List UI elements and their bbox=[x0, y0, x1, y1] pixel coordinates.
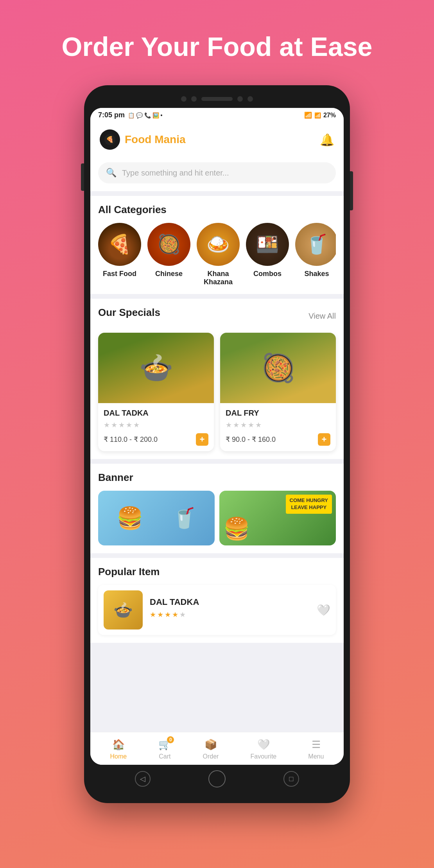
bell-icon[interactable]: 🔔 bbox=[320, 133, 334, 147]
search-bar[interactable]: 🔍 Type something and hit enter... bbox=[98, 162, 336, 183]
gesture-bar: ◁ □ bbox=[90, 765, 344, 791]
dal-tadka-price-row: ₹ 110.0 - ₹ 200.0 + bbox=[104, 433, 208, 446]
bottom-nav: 🏠 Home 🛒 0 Cart 📦 Order 🤍 Favourite ☰ bbox=[90, 732, 344, 765]
dal-fry-name: DAL FRY bbox=[226, 409, 330, 418]
logo-circle: 🍕 bbox=[100, 129, 120, 150]
category-item-khana[interactable]: Khana Khazana bbox=[197, 223, 240, 286]
search-placeholder: Type something and hit enter... bbox=[122, 169, 229, 178]
home-icon: 🏠 bbox=[112, 739, 125, 751]
nav-menu[interactable]: ☰ Menu bbox=[308, 739, 324, 760]
banner-food-burger: 🍔 bbox=[117, 506, 143, 531]
order-label: Order bbox=[203, 753, 219, 760]
top-navbar: 🍕 Food Mania 🔔 bbox=[90, 122, 344, 157]
nav-order[interactable]: 📦 Order bbox=[203, 739, 219, 760]
pop-star-1: ★ bbox=[150, 610, 156, 619]
dal-tadka-add-button[interactable]: + bbox=[196, 433, 208, 446]
pop-star-2: ★ bbox=[157, 610, 163, 619]
star-f2: ★ bbox=[233, 421, 239, 429]
star-f4: ★ bbox=[248, 421, 254, 429]
favourite-icon: 🤍 bbox=[257, 739, 270, 751]
star-4: ★ bbox=[126, 421, 132, 429]
nav-favourite[interactable]: 🤍 Favourite bbox=[251, 739, 277, 760]
specials-section: Our Specials View All 🍲 DAL TADKA ★ ★ ★ bbox=[90, 299, 344, 459]
specials-header: Our Specials View All bbox=[98, 307, 336, 326]
pop-star-5: ★ bbox=[179, 610, 186, 619]
cart-label: Cart bbox=[159, 753, 170, 760]
categories-title: All Categories bbox=[98, 204, 336, 216]
camera-dot-3 bbox=[237, 96, 243, 102]
star-f1: ★ bbox=[226, 421, 232, 429]
banner-title: Banner bbox=[98, 472, 336, 484]
view-all-link[interactable]: View All bbox=[308, 312, 336, 321]
category-label-khana: Khana Khazana bbox=[197, 270, 240, 286]
dal-fry-price: ₹ 90.0 - ₹ 160.0 bbox=[226, 435, 276, 444]
banner-badge-text: COME HUNGRYLEAVE HAPPY bbox=[290, 497, 328, 510]
star-2: ★ bbox=[111, 421, 117, 429]
banner-section: Banner 🍔 🥤 🍔 COME HUNGRYLEAVE HAPPY bbox=[90, 464, 344, 553]
favourite-label: Favourite bbox=[251, 753, 277, 760]
app-content[interactable]: 🍕 Food Mania 🔔 🔍 Type something and hit … bbox=[90, 122, 344, 732]
popular-item-info: DAL TADKA ★ ★ ★ ★ ★ bbox=[150, 597, 310, 623]
dal-fry-image: 🥘 bbox=[220, 333, 336, 403]
camera-dot-2 bbox=[191, 96, 197, 102]
banner-card-1[interactable]: 🍔 🥤 bbox=[98, 491, 215, 545]
nav-cart[interactable]: 🛒 0 Cart bbox=[158, 739, 171, 760]
category-image-combos bbox=[246, 223, 289, 266]
wifi-icon: 📶 bbox=[304, 111, 312, 119]
banner-food-burger-2: 🍔 bbox=[223, 516, 250, 542]
search-icon: 🔍 bbox=[106, 168, 117, 178]
dal-tadka-image: 🍲 bbox=[98, 333, 214, 403]
hero-title: Order Your Food at Ease bbox=[41, 31, 393, 62]
battery-text: 27% bbox=[323, 112, 336, 119]
recent-button[interactable]: □ bbox=[283, 771, 299, 787]
nav-home[interactable]: 🏠 Home bbox=[110, 739, 127, 760]
cart-badge: 0 bbox=[167, 736, 174, 743]
phone-shell: 7:05 pm 📋 💬 📞 🖼️ • 📶 📶 27% 🍕 bbox=[84, 85, 350, 803]
speaker-slot bbox=[201, 97, 233, 101]
dal-tadka-stars: ★ ★ ★ ★ ★ bbox=[104, 421, 208, 429]
brand-name: Food Mania bbox=[125, 133, 186, 146]
banner-row: 🍔 🥤 🍔 COME HUNGRYLEAVE HAPPY bbox=[98, 491, 336, 545]
back-button[interactable]: ◁ bbox=[135, 771, 151, 787]
status-bar: 7:05 pm 📋 💬 📞 🖼️ • 📶 📶 27% bbox=[90, 108, 344, 122]
status-left: 7:05 pm 📋 💬 📞 🖼️ • bbox=[98, 111, 163, 119]
popular-item-name: DAL TADKA bbox=[150, 597, 310, 607]
search-section: 🔍 Type something and hit enter... bbox=[90, 157, 344, 191]
category-label-fastfood: Fast Food bbox=[103, 270, 136, 278]
dal-fry-price-row: ₹ 90.0 - ₹ 160.0 + bbox=[226, 433, 330, 446]
special-card-dal-fry[interactable]: 🥘 DAL FRY ★ ★ ★ ★ ★ ₹ 90.0 - ₹ bbox=[220, 333, 336, 451]
category-image-fastfood bbox=[98, 223, 141, 266]
popular-item-favourite[interactable]: 🤍 bbox=[317, 604, 330, 617]
category-item-shakes[interactable]: Shakes bbox=[295, 223, 336, 286]
star-f3: ★ bbox=[240, 421, 247, 429]
popular-item-image: 🍲 bbox=[104, 590, 143, 629]
menu-icon: ☰ bbox=[312, 739, 321, 751]
home-button[interactable] bbox=[208, 770, 226, 787]
phone-screen: 7:05 pm 📋 💬 📞 🖼️ • 📶 📶 27% 🍕 bbox=[90, 108, 344, 765]
dal-fry-add-button[interactable]: + bbox=[318, 433, 330, 446]
star-3: ★ bbox=[118, 421, 125, 429]
category-item-combos[interactable]: Combos bbox=[246, 223, 289, 286]
category-label-shakes: Shakes bbox=[304, 270, 329, 278]
category-item-chinese[interactable]: Chinese bbox=[147, 223, 190, 286]
status-icons: 📋 💬 📞 🖼️ • bbox=[128, 112, 162, 118]
home-label: Home bbox=[110, 753, 127, 760]
dal-fry-info: DAL FRY ★ ★ ★ ★ ★ ₹ 90.0 - ₹ 160.0 + bbox=[220, 403, 336, 451]
star-1: ★ bbox=[104, 421, 110, 429]
category-label-combos: Combos bbox=[253, 270, 282, 278]
categories-section: All Categories Fast Food Chinese Khana K… bbox=[90, 196, 344, 294]
category-item-fastfood[interactable]: Fast Food bbox=[98, 223, 141, 286]
special-card-dal-tadka[interactable]: 🍲 DAL TADKA ★ ★ ★ ★ ★ ₹ 110.0 - bbox=[98, 333, 214, 451]
category-image-khana bbox=[197, 223, 240, 266]
brand-logo: 🍕 Food Mania bbox=[100, 129, 186, 150]
popular-item-dal-tadka[interactable]: 🍲 DAL TADKA ★ ★ ★ ★ ★ 🤍 bbox=[98, 585, 336, 635]
banner-food-sauce: 🥤 bbox=[172, 507, 196, 529]
cart-wrapper: 🛒 0 bbox=[158, 739, 171, 751]
category-label-chinese: Chinese bbox=[155, 270, 183, 278]
camera-dot bbox=[181, 96, 187, 102]
dal-tadka-price: ₹ 110.0 - ₹ 200.0 bbox=[104, 435, 158, 444]
signal-icon: 📶 bbox=[314, 112, 321, 118]
specials-row: 🍲 DAL TADKA ★ ★ ★ ★ ★ ₹ 110.0 - bbox=[98, 333, 336, 451]
banner-card-2[interactable]: 🍔 COME HUNGRYLEAVE HAPPY bbox=[219, 491, 336, 545]
camera-bar bbox=[90, 94, 344, 104]
